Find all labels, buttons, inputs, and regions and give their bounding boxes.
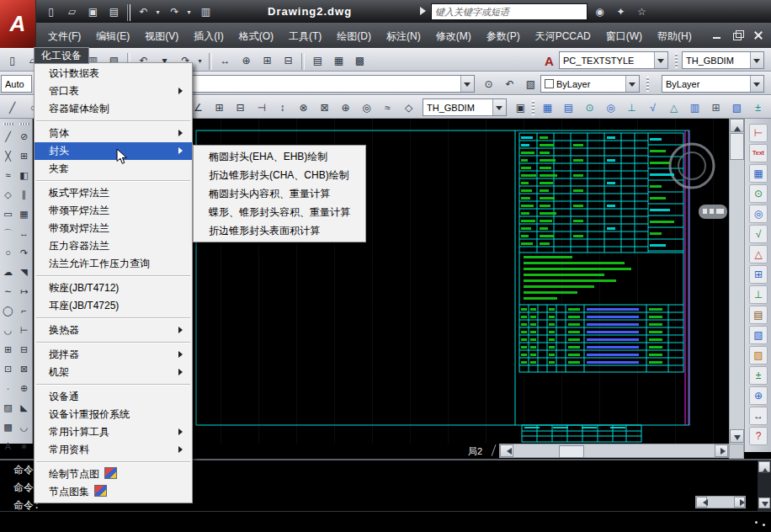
make-block-icon[interactable]: ⊡: [0, 361, 16, 377]
scroll-down-button[interactable]: [758, 497, 770, 508]
pccad-weld-icon[interactable]: △: [664, 98, 683, 118]
submenu-item-ellipse-head-volume-calc[interactable]: 椭圆封头内容积、重量计算: [194, 184, 365, 203]
layer-walk-icon[interactable]: ▧: [521, 75, 540, 94]
pccad-symbol-icon[interactable]: ⊙: [580, 98, 599, 118]
zoom-window-icon[interactable]: ⊞: [258, 51, 277, 71]
make-object-layer-current-icon[interactable]: ⊙: [479, 75, 498, 94]
restore-button[interactable]: [730, 29, 745, 41]
pccad-layer-icon[interactable]: ▧: [727, 98, 747, 118]
redo-dropdown-icon[interactable]: ▾: [183, 3, 194, 22]
menu-item-frame[interactable]: 机架: [35, 364, 192, 381]
dim-style-combo-top[interactable]: TH_GBDIM: [682, 51, 764, 69]
command-horizontal-scrollbar[interactable]: [695, 496, 746, 508]
fillet-icon[interactable]: ◡: [16, 419, 32, 435]
dimension-space-icon[interactable]: ↕: [273, 98, 292, 118]
break-icon[interactable]: ⊠: [16, 361, 32, 377]
dock-new-icon[interactable]: ▯: [3, 51, 22, 71]
menu-item-cylinder[interactable]: 筒体: [35, 125, 192, 142]
menu-item-node-diagram-collection[interactable]: 节点图集: [35, 483, 192, 501]
layer-tool-icon[interactable]: ▧: [749, 326, 768, 344]
menubar-item-dimension[interactable]: 标注(N): [379, 23, 428, 48]
pccad-settings-icon[interactable]: ±: [748, 98, 768, 118]
favorites-star-icon[interactable]: ☆: [632, 3, 651, 22]
polygon-icon[interactable]: ◇: [0, 187, 16, 203]
dropdown-arrow-icon[interactable]: [750, 76, 763, 92]
copy-object-icon[interactable]: ⊞: [16, 148, 32, 164]
explode-icon[interactable]: ∗: [16, 439, 32, 455]
jog-line-icon[interactable]: ≈: [378, 98, 397, 118]
menu-item-pressure-vessel-flange[interactable]: 压力容器法兰: [35, 237, 192, 255]
submenu-item-dish-cone-head-volume-calc[interactable]: 蝶形、锥形封头容积、重量计算: [194, 203, 365, 221]
scroll-up-button[interactable]: [730, 119, 744, 132]
construction-line-icon[interactable]: ╳: [0, 148, 16, 164]
undo-icon[interactable]: ↶: [134, 3, 153, 22]
center-mark-icon[interactable]: ⊕: [336, 98, 355, 118]
surface-finish-tool-icon[interactable]: √: [749, 225, 768, 243]
menubar-item-tools[interactable]: 工具(T): [281, 23, 329, 48]
menubar-item-thpccad[interactable]: 天河PCCAD: [528, 23, 598, 48]
scroll-up-button[interactable]: [758, 461, 770, 472]
pccad-title-block-icon[interactable]: ▥: [685, 98, 705, 118]
save-icon[interactable]: ▣: [83, 3, 103, 22]
menubar-item-window[interactable]: 窗口(W): [598, 23, 650, 48]
quick-dimension-icon[interactable]: ⊞: [210, 98, 229, 118]
balloon-tool-icon[interactable]: ◎: [749, 205, 768, 223]
line-icon[interactable]: ╱: [0, 129, 16, 145]
redo-dropdown-icon[interactable]: ▾: [194, 51, 205, 71]
text-tool-icon[interactable]: Text: [749, 144, 768, 162]
scroll-right-button[interactable]: [734, 497, 745, 508]
toolbar-grip[interactable]: [19, 123, 29, 125]
stretch-icon[interactable]: ↦: [16, 284, 32, 300]
chamfer-icon[interactable]: ◣: [16, 400, 32, 416]
help-tool-icon[interactable]: ?: [749, 427, 768, 445]
ellipse-icon[interactable]: ◯: [0, 303, 16, 319]
insert-block-icon[interactable]: ⊞: [0, 342, 16, 358]
pan-tool-icon[interactable]: ↔: [749, 407, 768, 425]
pccad-datum-icon[interactable]: ⊥: [622, 98, 641, 118]
menubar-item-modify[interactable]: 修改(M): [428, 23, 479, 48]
dimension-break-icon[interactable]: ⊗: [294, 98, 313, 118]
pccad-draw-icon[interactable]: ▦: [538, 98, 557, 118]
menu-item-weight-quotation-system[interactable]: 设备计重报价系统: [35, 406, 192, 423]
tolerance-icon[interactable]: ⊠: [315, 98, 334, 118]
menu-item-saddle-support[interactable]: 鞍座(JB/T4712): [35, 279, 192, 297]
submenu-item-cone-head-draw[interactable]: 折边锥形封头(CHA、CHB)绘制: [194, 166, 365, 184]
menubar-item-insert[interactable]: 插入(I): [186, 23, 231, 48]
dimension-style-manager-icon[interactable]: ▣: [511, 98, 530, 118]
continue-dimension-icon[interactable]: ⊣: [252, 98, 271, 118]
baseline-dimension-icon[interactable]: ⊟: [231, 98, 250, 118]
circle-icon[interactable]: ○: [0, 245, 16, 261]
menubar-item-file[interactable]: 文件(F): [40, 23, 88, 48]
hatch-icon[interactable]: ▨: [0, 400, 16, 416]
polyline-icon[interactable]: ≈: [0, 168, 16, 184]
dock-line-icon[interactable]: ╱: [3, 98, 22, 118]
vertical-scroll-thumb[interactable]: [730, 133, 744, 160]
plot-icon[interactable]: ▤: [104, 3, 124, 22]
pccad-balloon-icon[interactable]: ◎: [601, 98, 620, 118]
scroll-left-button[interactable]: [500, 444, 513, 457]
menu-item-node-diagram-draw[interactable]: 绘制节点图: [35, 466, 192, 483]
zoom-realtime-icon[interactable]: ⊕: [237, 51, 256, 71]
dropdown-arrow-icon[interactable]: [460, 76, 474, 92]
menu-item-design-data-table[interactable]: 设计数据表: [35, 65, 192, 82]
dimension-edit-icon[interactable]: ◇: [399, 98, 418, 118]
autocad-logo[interactable]: A: [0, 0, 36, 48]
pccad-table-icon[interactable]: ▤: [559, 98, 578, 118]
menubar-item-view[interactable]: 视图(V): [137, 23, 186, 48]
redo-icon[interactable]: ↷: [165, 3, 184, 22]
menu-item-equipment-assistant[interactable]: 设备通: [35, 388, 192, 406]
dim-style-combo[interactable]: TH_GBDIM: [423, 98, 507, 116]
menu-item-neck-butt-welding-flange[interactable]: 带颈对焊法兰: [35, 220, 192, 237]
menu-item-vessel-tank-draw[interactable]: 容器罐体绘制: [35, 100, 192, 118]
menu-item-head[interactable]: 封头: [35, 142, 192, 160]
menubar-item-parameters[interactable]: 参数(P): [479, 23, 528, 48]
menubar-item-help[interactable]: 帮助(H): [650, 23, 699, 48]
vertical-scrollbar[interactable]: [729, 119, 744, 444]
linetype-combo[interactable]: ByLayer: [662, 75, 764, 93]
table-tool-icon[interactable]: ▦: [749, 164, 768, 183]
welding-tool-icon[interactable]: △: [749, 245, 768, 263]
menu-item-lug-support[interactable]: 耳座(JB/T4725): [35, 297, 192, 315]
rotate-icon[interactable]: ↷: [16, 245, 32, 261]
calculator-tool-icon[interactable]: ±: [749, 366, 768, 385]
properties-icon[interactable]: ▤: [308, 51, 327, 71]
